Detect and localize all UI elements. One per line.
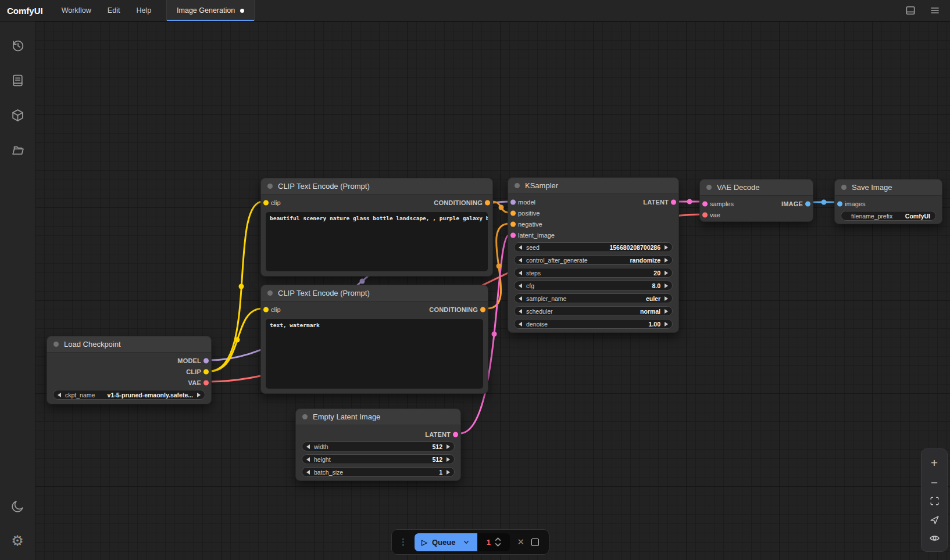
clear-queue-icon[interactable]: ✕ <box>517 537 524 547</box>
scheduler-widget[interactable]: scheduler normal <box>514 306 673 316</box>
zoom-in-icon[interactable]: + <box>931 457 938 469</box>
latent-image-input-port[interactable] <box>510 232 516 238</box>
conditioning-output-port[interactable] <box>485 200 490 205</box>
widget-next-icon[interactable] <box>447 470 450 475</box>
hamburger-menu-icon[interactable] <box>929 5 941 16</box>
conditioning-output-port[interactable] <box>480 307 485 312</box>
node-title-bar[interactable]: VAE Decode <box>700 180 813 196</box>
clip-input-port[interactable] <box>263 200 269 205</box>
menu-edit[interactable]: Edit <box>99 0 128 21</box>
ckpt-name-widget[interactable]: ckpt_name v1-5-pruned-emaonly.safete... <box>53 390 205 400</box>
node-graph-canvas[interactable] <box>35 21 950 560</box>
control-after-generate-widget[interactable]: control_after_generate randomize <box>514 255 673 265</box>
images-input-port[interactable] <box>837 201 842 206</box>
batch-size-widget[interactable]: batch_size 1 <box>302 467 455 477</box>
node-ksampler[interactable]: KSampler model LATENT positive negative … <box>508 177 679 333</box>
latent-output-port[interactable] <box>671 199 676 204</box>
widget-prev-icon[interactable] <box>519 283 522 288</box>
node-save-image[interactable]: Save Image images filename_prefix ComfyU… <box>834 179 942 224</box>
widget-next-icon[interactable] <box>665 271 668 275</box>
collapse-dot-icon[interactable] <box>706 185 712 190</box>
widget-prev-icon[interactable] <box>519 296 522 301</box>
collapse-dot-icon[interactable] <box>302 414 308 419</box>
node-empty-latent-image[interactable]: Empty Latent Image LATENT width 512 heig… <box>295 408 461 481</box>
widget-next-icon[interactable] <box>665 258 668 263</box>
widget-next-icon[interactable] <box>197 393 201 397</box>
workflows-button[interactable] <box>8 140 27 160</box>
model-library-button[interactable] <box>8 105 27 125</box>
collapse-dot-icon[interactable] <box>267 184 273 189</box>
model-input-port[interactable] <box>510 199 516 204</box>
widget-prev-icon[interactable] <box>519 271 522 275</box>
node-clip-text-encode-negative[interactable]: CLIP Text Encode (Prompt) clip CONDITION… <box>260 285 488 394</box>
node-title-bar[interactable]: KSampler <box>508 178 678 194</box>
select-mode-icon[interactable] <box>929 514 940 525</box>
node-title-bar[interactable]: CLIP Text Encode (Prompt) <box>261 178 492 195</box>
menu-help[interactable]: Help <box>128 0 159 21</box>
widget-next-icon[interactable] <box>665 245 668 250</box>
seed-widget[interactable]: seed 156680208700286 <box>514 242 673 252</box>
tab-image-generation[interactable]: Image Generation <box>167 0 254 21</box>
samples-input-port[interactable] <box>702 201 708 206</box>
toggle-bottom-panel-icon[interactable] <box>905 5 916 16</box>
widget-prev-icon[interactable] <box>58 393 61 397</box>
widget-prev-icon[interactable] <box>306 470 310 475</box>
widget-next-icon[interactable] <box>665 309 668 314</box>
widget-prev-icon[interactable] <box>519 309 522 314</box>
settings-button[interactable]: ⚙ <box>8 531 27 551</box>
widget-next-icon[interactable] <box>447 444 450 449</box>
widget-next-icon[interactable] <box>665 322 668 326</box>
node-library-button[interactable] <box>8 70 27 90</box>
widget-next-icon[interactable] <box>665 283 668 288</box>
queue-button[interactable]: ▷ Queue <box>415 533 477 551</box>
image-output-port[interactable] <box>805 201 810 206</box>
node-title-bar[interactable]: CLIP Text Encode (Prompt) <box>261 285 488 301</box>
node-clip-text-encode-positive[interactable]: CLIP Text Encode (Prompt) clip CONDITION… <box>260 178 493 277</box>
toggle-link-visibility-icon[interactable] <box>929 533 940 544</box>
steps-widget[interactable]: steps 20 <box>514 268 673 278</box>
collapse-dot-icon[interactable] <box>53 342 59 347</box>
theme-toggle-button[interactable] <box>8 496 27 516</box>
model-output-port[interactable] <box>203 358 209 363</box>
chevron-down-icon[interactable] <box>462 538 470 546</box>
collapse-dot-icon[interactable] <box>841 185 847 190</box>
cfg-widget[interactable]: cfg 8.0 <box>514 281 673 290</box>
collapse-dot-icon[interactable] <box>267 290 273 296</box>
height-widget[interactable]: height 512 <box>302 454 455 464</box>
prompt-textarea[interactable]: text, watermark <box>266 319 483 389</box>
menu-workflow[interactable]: Workflow <box>53 0 99 21</box>
filename-prefix-widget[interactable]: filename_prefix ComfyUI <box>841 211 936 221</box>
clip-output-port[interactable] <box>203 369 209 374</box>
positive-input-port[interactable] <box>510 210 516 216</box>
node-vae-decode[interactable]: VAE Decode samples IMAGE vae <box>699 179 813 222</box>
node-title-bar[interactable]: Load Checkpoint <box>47 336 211 353</box>
node-title-bar[interactable]: Save Image <box>835 180 942 196</box>
widget-prev-icon[interactable] <box>519 245 522 250</box>
widget-prev-icon[interactable] <box>306 444 310 449</box>
prompt-textarea[interactable]: beautiful scenery nature glass bottle la… <box>266 212 488 271</box>
vae-output-port[interactable] <box>203 380 209 385</box>
widget-next-icon[interactable] <box>447 457 450 462</box>
batch-count-input[interactable]: 1 <box>477 533 510 551</box>
node-load-checkpoint[interactable]: Load Checkpoint MODEL CLIP VAE ckpt_name… <box>47 336 212 404</box>
zoom-out-icon[interactable]: − <box>931 476 938 489</box>
denoise-widget[interactable]: denoise 1.00 <box>514 319 673 329</box>
node-title-bar[interactable]: Empty Latent Image <box>296 409 460 425</box>
drag-handle-icon[interactable]: ⋮ <box>399 537 408 547</box>
stop-icon[interactable] <box>531 539 539 546</box>
collapse-dot-icon[interactable] <box>515 183 520 188</box>
stepper-up-icon[interactable] <box>495 537 501 541</box>
negative-input-port[interactable] <box>510 221 516 227</box>
fit-view-icon[interactable] <box>929 496 940 507</box>
widget-prev-icon[interactable] <box>519 258 522 263</box>
widget-prev-icon[interactable] <box>306 457 310 462</box>
width-widget[interactable]: width 512 <box>302 441 455 451</box>
stepper-down-icon[interactable] <box>495 543 501 547</box>
queue-history-button[interactable] <box>8 35 27 55</box>
widget-prev-icon[interactable] <box>519 322 522 326</box>
latent-output-port[interactable] <box>453 432 458 437</box>
clip-input-port[interactable] <box>263 307 269 312</box>
widget-next-icon[interactable] <box>665 296 668 301</box>
sampler-name-widget[interactable]: sampler_name euler <box>514 293 673 303</box>
vae-input-port[interactable] <box>702 212 708 217</box>
